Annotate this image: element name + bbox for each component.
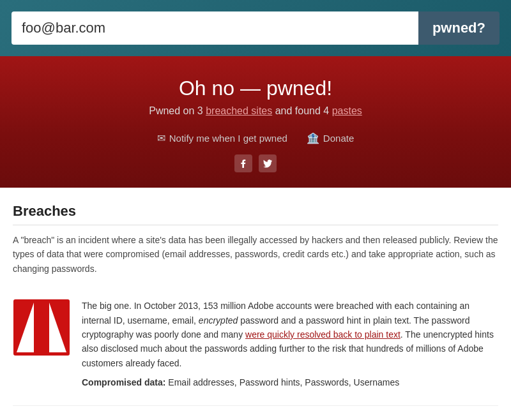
- notify-label: Notify me when I get pwned: [169, 133, 287, 144]
- breached-sites-link[interactable]: breached sites: [206, 105, 272, 116]
- breaches-description: A "breach" is an incident where a site's…: [13, 233, 498, 276]
- subtitle-middle: and found 4: [272, 105, 332, 116]
- search-bar: pwned?: [0, 0, 511, 56]
- breach-text-italic: encrypted: [199, 315, 238, 326]
- breach-content-adobe: The big one. In October 2013, 153 millio…: [82, 299, 498, 394]
- search-input[interactable]: [11, 11, 418, 45]
- twitter-icon[interactable]: [259, 154, 277, 172]
- hero-actions: ✉ Notify me when I get pwned 🏦 Donate: [13, 132, 498, 144]
- breach-text-link[interactable]: were quickly resolved back to plain text: [245, 329, 400, 340]
- breach-item-adobe: The big one. In October 2013, 153 millio…: [13, 289, 498, 405]
- hero-banner: Oh no — pwned! Pwned on 3 breached sites…: [0, 56, 511, 188]
- piggybank-icon: 🏦: [307, 132, 319, 144]
- subtitle-prefix: Pwned on 3: [149, 105, 206, 116]
- donate-link[interactable]: 🏦 Donate: [307, 132, 354, 144]
- facebook-icon[interactable]: [234, 154, 252, 172]
- notify-link[interactable]: ✉ Notify me when I get pwned: [157, 132, 287, 144]
- hero-title: Oh no — pwned!: [13, 77, 498, 100]
- compromised-values: Email addresses, Password hints, Passwor…: [168, 377, 399, 387]
- compromised-label: Compromised data:: [82, 377, 165, 387]
- social-icons: [13, 154, 498, 172]
- pastes-link[interactable]: pastes: [332, 105, 362, 116]
- main-content: Breaches A "breach" is an incident where…: [0, 188, 511, 420]
- breaches-section: Breaches A "breach" is an incident where…: [13, 203, 498, 406]
- breach-text-adobe: The big one. In October 2013, 153 millio…: [82, 299, 498, 370]
- compromised-data: Compromised data: Email addresses, Passw…: [82, 375, 498, 389]
- hero-subtitle: Pwned on 3 breached sites and found 4 pa…: [13, 105, 498, 117]
- envelope-icon: ✉: [157, 132, 165, 144]
- breaches-title: Breaches: [13, 203, 498, 225]
- pwned-button[interactable]: pwned?: [418, 11, 500, 45]
- adobe-logo: [13, 299, 70, 356]
- donate-label: Donate: [323, 133, 354, 144]
